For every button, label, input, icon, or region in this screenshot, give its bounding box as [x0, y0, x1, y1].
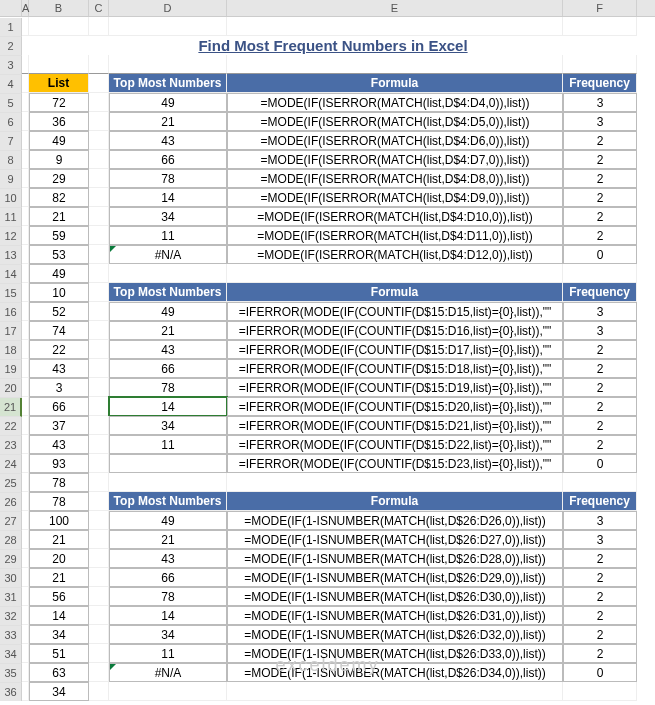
top-cell[interactable]: 34: [109, 207, 227, 226]
formula-cell[interactable]: =MODE(IF(ISERROR(MATCH(list,D$4:D11,0)),…: [227, 226, 563, 245]
formula-cell[interactable]: =MODE(IF(1-ISNUMBER(MATCH(list,D$26:D29,…: [227, 568, 563, 587]
row-header-2[interactable]: 2: [0, 37, 22, 56]
list-cell[interactable]: 63: [29, 663, 89, 682]
formula-cell[interactable]: =MODE(IF(ISERROR(MATCH(list,D$4:D9,0)),l…: [227, 188, 563, 207]
top-cell[interactable]: 49: [109, 511, 227, 530]
row-header-19[interactable]: 19: [0, 360, 22, 379]
row-header-7[interactable]: 7: [0, 132, 22, 151]
freq-cell[interactable]: 2: [563, 378, 637, 397]
list-cell[interactable]: 66: [29, 397, 89, 416]
formula-cell[interactable]: =MODE(IF(ISERROR(MATCH(list,D$4:D4,0)),l…: [227, 93, 563, 112]
list-cell[interactable]: 34: [29, 682, 89, 701]
freq-header[interactable]: Frequency: [563, 283, 637, 302]
top-cell[interactable]: 43: [109, 131, 227, 150]
top-cell[interactable]: 14: [109, 397, 227, 416]
corner[interactable]: [0, 0, 22, 16]
top-cell[interactable]: 34: [109, 625, 227, 644]
row-header-33[interactable]: 33: [0, 626, 22, 645]
freq-cell[interactable]: 2: [563, 416, 637, 435]
formula-cell[interactable]: =IFERROR(MODE(IF(COUNTIF(D$15:D17,list)=…: [227, 340, 563, 359]
freq-cell[interactable]: 3: [563, 93, 637, 112]
top-cell[interactable]: 78: [109, 587, 227, 606]
freq-cell[interactable]: 3: [563, 530, 637, 549]
formula-cell[interactable]: =MODE(IF(1-ISNUMBER(MATCH(list,D$26:D32,…: [227, 625, 563, 644]
list-cell[interactable]: 21: [29, 530, 89, 549]
formula-header[interactable]: Formula: [227, 74, 563, 93]
top-header[interactable]: Top Most Numbers: [109, 492, 227, 511]
row-header-22[interactable]: 22: [0, 417, 22, 436]
freq-cell[interactable]: 2: [563, 131, 637, 150]
formula-header[interactable]: Formula: [227, 283, 563, 302]
row-header-10[interactable]: 10: [0, 189, 22, 208]
list-cell[interactable]: 72: [29, 93, 89, 112]
row-header-23[interactable]: 23: [0, 436, 22, 455]
list-cell[interactable]: 51: [29, 644, 89, 663]
row-header-21[interactable]: 21: [0, 398, 22, 417]
formula-cell[interactable]: =MODE(IF(1-ISNUMBER(MATCH(list,D$26:D30,…: [227, 587, 563, 606]
list-cell[interactable]: 53: [29, 245, 89, 264]
top-cell[interactable]: 66: [109, 568, 227, 587]
formula-cell[interactable]: =IFERROR(MODE(IF(COUNTIF(D$15:D23,list)=…: [227, 454, 563, 473]
list-cell[interactable]: 59: [29, 226, 89, 245]
list-cell[interactable]: 9: [29, 150, 89, 169]
row-header-34[interactable]: 34: [0, 645, 22, 664]
formula-cell[interactable]: =IFERROR(MODE(IF(COUNTIF(D$15:D19,list)=…: [227, 378, 563, 397]
freq-cell[interactable]: 2: [563, 625, 637, 644]
top-cell[interactable]: 21: [109, 321, 227, 340]
list-cell[interactable]: 36: [29, 112, 89, 131]
freq-header[interactable]: Frequency: [563, 492, 637, 511]
freq-cell[interactable]: 2: [563, 549, 637, 568]
top-cell[interactable]: 49: [109, 93, 227, 112]
row-header-17[interactable]: 17: [0, 322, 22, 341]
list-cell[interactable]: 43: [29, 359, 89, 378]
formula-cell[interactable]: =MODE(IF(1-ISNUMBER(MATCH(list,D$26:D31,…: [227, 606, 563, 625]
formula-cell[interactable]: =MODE(IF(ISERROR(MATCH(list,D$4:D5,0)),l…: [227, 112, 563, 131]
row-header-20[interactable]: 20: [0, 379, 22, 398]
row-header-26[interactable]: 26: [0, 493, 22, 512]
formula-cell[interactable]: =MODE(IF(ISERROR(MATCH(list,D$4:D10,0)),…: [227, 207, 563, 226]
col-C[interactable]: C: [89, 0, 109, 16]
formula-cell[interactable]: =IFERROR(MODE(IF(COUNTIF(D$15:D18,list)=…: [227, 359, 563, 378]
top-cell[interactable]: 43: [109, 549, 227, 568]
list-cell[interactable]: 52: [29, 302, 89, 321]
top-cell[interactable]: 66: [109, 150, 227, 169]
row-header-14[interactable]: 14: [0, 265, 22, 284]
top-cell[interactable]: 11: [109, 435, 227, 454]
row-header-13[interactable]: 13: [0, 246, 22, 265]
list-cell[interactable]: 29: [29, 169, 89, 188]
row-header-31[interactable]: 31: [0, 588, 22, 607]
list-cell[interactable]: 3: [29, 378, 89, 397]
list-cell[interactable]: 14: [29, 606, 89, 625]
row-header-16[interactable]: 16: [0, 303, 22, 322]
list-cell[interactable]: 21: [29, 568, 89, 587]
row-header-29[interactable]: 29: [0, 550, 22, 569]
list-cell[interactable]: 22: [29, 340, 89, 359]
row-header-15[interactable]: 15: [0, 284, 22, 303]
top-cell[interactable]: #N/A: [109, 245, 227, 264]
row-header-27[interactable]: 27: [0, 512, 22, 531]
row-header-9[interactable]: 9: [0, 170, 22, 189]
row-header-12[interactable]: 12: [0, 227, 22, 246]
top-cell[interactable]: 14: [109, 606, 227, 625]
row-header-4[interactable]: 4: [0, 75, 22, 94]
col-F[interactable]: F: [563, 0, 637, 16]
list-cell[interactable]: 82: [29, 188, 89, 207]
top-cell[interactable]: 43: [109, 340, 227, 359]
row-header-6[interactable]: 6: [0, 113, 22, 132]
freq-cell[interactable]: 2: [563, 188, 637, 207]
top-cell[interactable]: 14: [109, 188, 227, 207]
top-cell[interactable]: 78: [109, 378, 227, 397]
freq-cell[interactable]: 2: [563, 207, 637, 226]
row-header-1[interactable]: 1: [0, 18, 22, 37]
freq-cell[interactable]: 2: [563, 150, 637, 169]
top-cell[interactable]: 78: [109, 169, 227, 188]
top-cell[interactable]: 11: [109, 644, 227, 663]
row-header-25[interactable]: 25: [0, 474, 22, 493]
formula-cell[interactable]: =MODE(IF(ISERROR(MATCH(list,D$4:D8,0)),l…: [227, 169, 563, 188]
top-cell[interactable]: 49: [109, 302, 227, 321]
formula-cell[interactable]: =MODE(IF(1-ISNUMBER(MATCH(list,D$26:D34,…: [227, 663, 563, 682]
freq-cell[interactable]: 2: [563, 435, 637, 454]
formula-cell[interactable]: =MODE(IF(ISERROR(MATCH(list,D$4:D12,0)),…: [227, 245, 563, 264]
row-header-30[interactable]: 30: [0, 569, 22, 588]
formula-header[interactable]: Formula: [227, 492, 563, 511]
